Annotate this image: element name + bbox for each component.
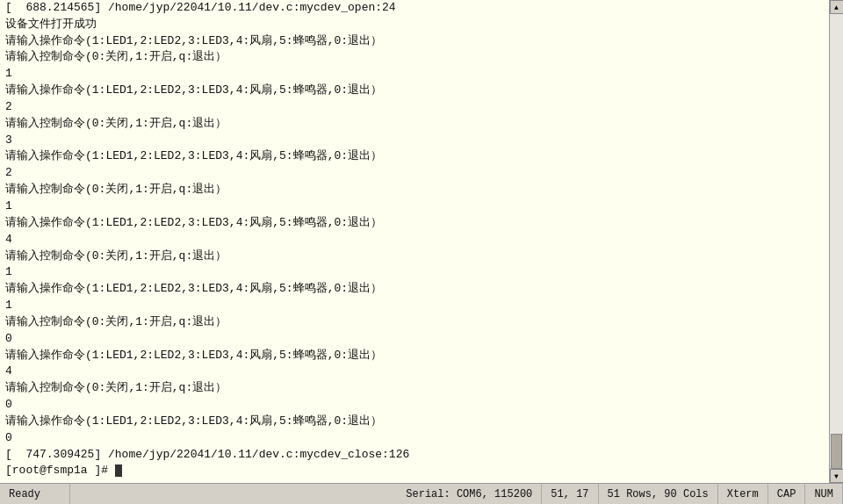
terminal-line: 设备文件打开成功	[5, 17, 824, 33]
caps-label: CAP	[777, 488, 796, 500]
terminal-line: 1	[5, 66, 824, 83]
scroll-thumb[interactable]	[831, 434, 842, 469]
terminal-line: 请输入操作命令(1:LED1,2:LED2,3:LED3,4:风扇,5:蜂鸣器,…	[5, 148, 824, 165]
status-ready: Ready	[0, 484, 70, 504]
terminal-line: [ 688.214565] /home/jyp/22041/10.11/dev.…	[5, 0, 824, 17]
scrollbar[interactable]: ▲ ▼	[829, 0, 843, 483]
status-term: Xterm	[718, 484, 768, 504]
terminal-line: 1	[5, 198, 824, 215]
status-serial: Serial: COM6, 115200	[397, 484, 542, 504]
terminal-line: 请输入控制命令(0:关闭,1:开启,q:退出）	[5, 314, 824, 331]
terminal-line: 0	[5, 397, 824, 414]
terminal-line: 0	[5, 331, 824, 348]
status-caps: CAP	[768, 484, 806, 504]
terminal-line: 请输入控制命令(0:关闭,1:开启,q:退出）	[5, 182, 824, 198]
serial-label: Serial: COM6, 115200	[406, 488, 532, 500]
terminal-content[interactable]: [root@fsmp1a ]# ./a.out[ 688.214565] /ho…	[0, 0, 829, 483]
terminal-line: 请输入操作命令(1:LED1,2:LED2,3:LED3,4:风扇,5:蜂鸣器,…	[5, 33, 824, 50]
num-label: NUM	[814, 488, 833, 500]
terminal-line: 4	[5, 364, 824, 380]
terminal-cursor	[115, 464, 122, 477]
term-label: Xterm	[727, 488, 759, 500]
terminal-line: 请输入控制命令(0:关闭,1:开启,q:退出）	[5, 49, 824, 66]
status-bar: Ready Serial: COM6, 115200 51, 17 51 Row…	[0, 483, 843, 504]
terminal-line: 请输入控制命令(0:关闭,1:开启,q:退出）	[5, 248, 824, 265]
status-rows-cols: 51 Rows, 90 Cols	[599, 484, 718, 504]
terminal-line: 请输入操作命令(1:LED1,2:LED2,3:LED3,4:风扇,5:蜂鸣器,…	[5, 83, 824, 99]
terminal-line: 0	[5, 430, 824, 447]
status-num: NUM	[805, 484, 843, 504]
scroll-down-button[interactable]: ▼	[830, 469, 844, 483]
terminal-line: 1	[5, 298, 824, 314]
terminal-line: [ 747.309425] /home/jyp/22041/10.11/dev.…	[5, 447, 824, 464]
terminal-line: 1	[5, 264, 824, 281]
terminal-line: 2	[5, 165, 824, 182]
terminal-line: 3	[5, 133, 824, 149]
position-label: 51, 17	[551, 488, 588, 500]
rows-cols-label: 51 Rows, 90 Cols	[608, 488, 709, 500]
terminal-line: 请输入控制命令(0:关闭,1:开启,q:退出）	[5, 380, 824, 397]
terminal-line: 4	[5, 232, 824, 248]
scroll-track[interactable]	[830, 14, 843, 469]
scroll-up-button[interactable]: ▲	[830, 0, 844, 14]
terminal-line: 2	[5, 99, 824, 116]
terminal-line: 请输入操作命令(1:LED1,2:LED2,3:LED3,4:风扇,5:蜂鸣器,…	[5, 215, 824, 232]
ready-label: Ready	[9, 488, 40, 500]
terminal-line: 请输入操作命令(1:LED1,2:LED2,3:LED3,4:风扇,5:蜂鸣器,…	[5, 348, 824, 364]
terminal-area: [root@fsmp1a ]# ./a.out[ 688.214565] /ho…	[0, 0, 843, 483]
terminal-line: 请输入控制命令(0:关闭,1:开启,q:退出）	[5, 116, 824, 133]
terminal-line: [root@fsmp1a ]#	[5, 463, 824, 479]
status-position: 51, 17	[542, 484, 598, 504]
terminal-line: 请输入操作命令(1:LED1,2:LED2,3:LED3,4:风扇,5:蜂鸣器,…	[5, 281, 824, 298]
terminal-line: 请输入操作命令(1:LED1,2:LED2,3:LED3,4:风扇,5:蜂鸣器,…	[5, 414, 824, 430]
